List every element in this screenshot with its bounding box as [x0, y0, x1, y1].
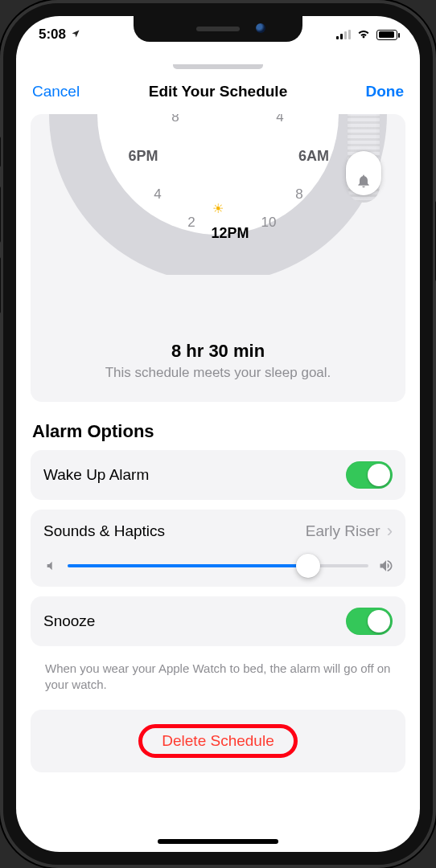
dial-hour-8b: 8 [295, 186, 302, 203]
delete-schedule-row: Delete Schedule [31, 710, 405, 772]
sleep-goal-caption: This schedule meets your sleep goal. [43, 365, 393, 381]
dial-hour-8: 8 [171, 114, 179, 125]
sheet-grabber [16, 53, 420, 69]
location-icon [71, 29, 80, 41]
delete-schedule-button[interactable]: Delete Schedule [157, 732, 278, 749]
cellular-icon [336, 30, 351, 39]
dial-hour-10: 10 [261, 215, 277, 231]
alarm-volume-slider[interactable] [31, 551, 405, 587]
battery-icon [376, 30, 397, 40]
dial-hour-2: 2 [187, 215, 195, 231]
chevron-right-icon: › [387, 521, 393, 542]
wake-up-alarm-toggle[interactable] [346, 461, 393, 489]
wake-up-alarm-row: Wake Up Alarm [31, 450, 405, 500]
dial-hour-6pm: 6PM [128, 148, 158, 165]
schedule-dial-card: 8 4 6PM 6AM 4 8 2 10 12PM ☀︎ 8 hr 30 min… [31, 114, 405, 402]
snooze-row: Snooze [31, 596, 405, 646]
alarm-options-heading: Alarm Options [32, 421, 404, 442]
schedule-dial[interactable]: 8 4 6PM 6AM 4 8 2 10 12PM ☀︎ [31, 114, 405, 275]
page-title: Edit Your Schedule [149, 83, 287, 100]
done-button[interactable]: Done [353, 78, 417, 105]
sounds-haptics-row[interactable]: Sounds & Haptics Early Riser › [31, 510, 405, 551]
snooze-label: Snooze [43, 612, 95, 630]
status-time: 5:08 [39, 27, 66, 43]
dial-hour-4: 4 [276, 114, 283, 125]
sheet-header: Cancel Edit Your Schedule Done [16, 69, 420, 114]
dial-hour-12pm: 12PM [211, 225, 249, 242]
home-indicator[interactable] [158, 839, 278, 844]
alarm-footer-note: When you wear your Apple Watch to bed, t… [31, 656, 405, 694]
dial-hour-6am: 6AM [298, 148, 329, 165]
sleep-duration: 8 hr 30 min [43, 341, 393, 362]
wifi-icon [356, 27, 371, 43]
bell-icon [356, 173, 372, 189]
wake-up-alarm-label: Wake Up Alarm [43, 466, 149, 484]
volume-low-icon [42, 558, 58, 574]
wake-handle[interactable] [346, 151, 381, 195]
sun-icon: ☀︎ [212, 201, 224, 216]
snooze-toggle[interactable] [346, 608, 393, 635]
volume-high-icon [378, 558, 394, 574]
cancel-button[interactable]: Cancel [19, 78, 93, 105]
sounds-haptics-value: Early Riser [306, 522, 380, 540]
device-notch [134, 16, 302, 42]
sounds-haptics-label: Sounds & Haptics [43, 522, 165, 540]
dial-hour-4b: 4 [154, 186, 161, 203]
